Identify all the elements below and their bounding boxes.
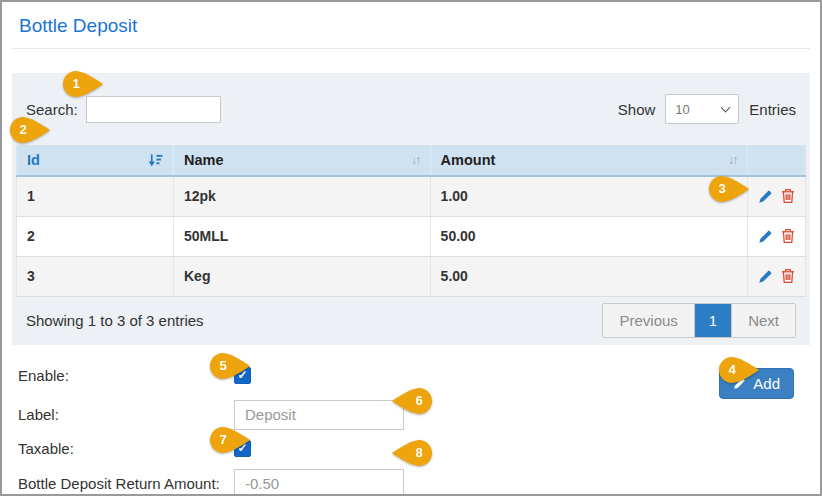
taxable-label: Taxable: (18, 440, 234, 457)
callout-1: 1 (63, 71, 103, 97)
column-header-id[interactable]: Id (17, 145, 174, 176)
show-entries-value: 10 (675, 102, 689, 117)
search-group: Search: (26, 96, 221, 123)
pagination: Previous 1 Next (602, 303, 796, 338)
pagination-next[interactable]: Next (731, 304, 795, 337)
page-title: Bottle Deposit (19, 15, 820, 37)
cell-amount: 5.00 (430, 256, 747, 296)
enable-label: Enable: (18, 367, 234, 384)
callout-5: 5 (210, 353, 250, 379)
table-toolbar: Search: Show 10 Entries (12, 73, 810, 145)
cell-name: Keg (173, 256, 430, 296)
cell-name: 50MLL (173, 216, 430, 256)
cell-id: 1 (17, 176, 174, 216)
show-entries-select[interactable]: 10 (665, 94, 739, 124)
cell-amount: 50.00 (430, 216, 747, 256)
table-row: 1 12pk 1.00 (17, 176, 806, 216)
pencil-edit-icon[interactable] (758, 229, 773, 244)
settings-form: Enable: ✓ Label: Taxable: ✓ Bottle Depos… (18, 367, 820, 496)
callout-6: 6 (392, 388, 432, 414)
pagination-page-1[interactable]: 1 (695, 304, 731, 337)
callout-7: 7 (210, 427, 250, 453)
return-amount-input[interactable] (234, 469, 404, 496)
trash-delete-icon[interactable] (781, 228, 795, 244)
table-panel: Search: Show 10 Entries Id (12, 73, 810, 345)
sort-both-icon: ↓↑ (728, 153, 737, 167)
column-header-actions (747, 145, 805, 176)
trash-delete-icon[interactable] (781, 188, 795, 204)
callout-8: 8 (392, 440, 432, 466)
label-field-label: Label: (18, 406, 234, 423)
show-entries-group: Show 10 Entries (618, 94, 796, 124)
label-input[interactable] (234, 400, 404, 430)
callout-2: 2 (10, 117, 50, 143)
column-header-name[interactable]: Name ↓↑ (173, 145, 430, 176)
chevron-down-icon (721, 102, 731, 112)
entries-label: Entries (749, 101, 796, 118)
cell-id: 2 (17, 216, 174, 256)
bottle-deposit-table: Id (16, 145, 806, 297)
callout-3: 3 (709, 176, 749, 202)
bottle-deposit-page: Bottle Deposit Search: Show 10 Entries (0, 0, 822, 496)
pencil-edit-icon[interactable] (758, 189, 773, 204)
cell-id: 3 (17, 256, 174, 296)
trash-delete-icon[interactable] (781, 268, 795, 284)
table-row: 3 Keg 5.00 (17, 256, 806, 296)
cell-name: 12pk (173, 176, 430, 216)
pencil-edit-icon[interactable] (758, 269, 773, 284)
sort-both-icon: ↓↑ (411, 153, 420, 167)
search-label: Search: (26, 101, 78, 118)
sort-amount-asc-icon (148, 153, 163, 168)
search-input[interactable] (86, 96, 221, 123)
table-row: 2 50MLL 50.00 (17, 216, 806, 256)
callout-4: 4 (719, 357, 759, 383)
table-footer: Showing 1 to 3 of 3 entries Previous 1 N… (12, 297, 810, 345)
entries-summary: Showing 1 to 3 of 3 entries (26, 312, 204, 329)
table-header-row: Id (17, 145, 806, 176)
title-divider (12, 48, 810, 49)
cell-amount: 1.00 (430, 176, 747, 216)
show-label: Show (618, 101, 656, 118)
return-amount-label: Bottle Deposit Return Amount: (18, 475, 234, 492)
column-header-amount[interactable]: Amount ↓↑ (430, 145, 747, 176)
pagination-previous[interactable]: Previous (603, 304, 694, 337)
